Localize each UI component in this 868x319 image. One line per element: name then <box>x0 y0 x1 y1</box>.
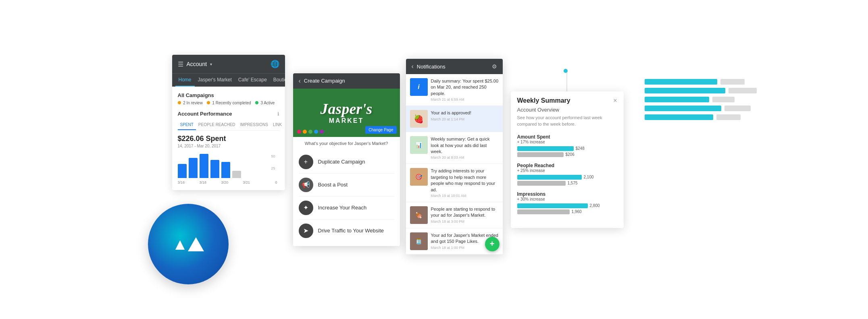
dot-blue <box>314 130 318 134</box>
metric-people-reached: People Reached + 25% increase 2,100 1,57… <box>517 163 617 186</box>
bar-4 <box>210 160 219 178</box>
hamburger-icon[interactable]: ☰ <box>178 60 183 68</box>
filter-icon[interactable]: ⚙ <box>492 63 497 70</box>
tab-link[interactable]: LINK <box>271 120 284 130</box>
bar-val-people-old: 1,575 <box>568 181 578 185</box>
notif-thumb-responding: 🍖 <box>410 206 428 224</box>
dot-purple <box>320 130 324 134</box>
performance-tabs: SPENT PEOPLE REACHED IMPRESSIONS LINK <box>178 120 279 130</box>
deco-dot <box>564 69 568 73</box>
bar-3 <box>200 154 208 178</box>
bar-compare-spent: $248 $206 <box>517 146 617 157</box>
bar-people-old <box>517 181 566 186</box>
change-page-button[interactable]: Change Page <box>365 126 396 134</box>
spent-date: 14, 2017 - Mar 20, 2017 <box>178 144 279 148</box>
bar-6 <box>232 171 241 178</box>
dot-green <box>308 130 312 134</box>
x-label-3: 3/20 <box>221 180 229 184</box>
banner-dots <box>297 130 324 134</box>
bar-val-people-new: 2,100 <box>584 175 594 179</box>
option-duplicate-label: Duplicate Campaign <box>318 159 365 165</box>
notif-item-daily[interactable]: i Daily summary: Your spent $25.00 on Ma… <box>406 74 503 106</box>
spend-chart: 50 25 3/16 3/18 3/20 3/21 0 <box>178 152 279 184</box>
objective-label: What's your objective for Jasper's Marke… <box>299 141 394 146</box>
nav-boutique[interactable]: Boutique <box>270 74 285 87</box>
tab-spent[interactable]: SPENT <box>178 120 196 130</box>
nav-cafe[interactable]: Cafe' Escape <box>235 74 270 87</box>
create-header: ‹ Create Campaign <box>293 73 400 89</box>
bar-compare-impressions: 2,800 1,960 <box>517 203 617 214</box>
boost-icon: 📢 <box>299 178 313 192</box>
panel-campaigns: ☰ Account ▾ 🌐 Home Jasper's Market Cafe'… <box>172 55 285 190</box>
campaigns-header: ☰ Account ▾ 🌐 <box>172 55 285 73</box>
nav-jaspers[interactable]: Jasper's Market <box>195 74 235 87</box>
notif-msg-approved: Your ad is approved! <box>431 110 499 116</box>
yellow-dot-2 <box>207 101 210 104</box>
tab-people-reached[interactable]: PEOPLE REACHED <box>196 120 238 130</box>
metric-title-people: People Reached <box>517 163 617 168</box>
performance-header: Account Performance ℹ <box>178 111 279 117</box>
notif-thumb-approved: 🍓 <box>410 110 428 128</box>
option-traffic-label: Drive Traffic to Your Website <box>318 228 384 234</box>
bar-val-impressions-new: 2,800 <box>590 203 600 208</box>
bar-2 <box>189 158 198 178</box>
option-duplicate[interactable]: + Duplicate Campaign <box>299 151 394 174</box>
x-label-4: 3/21 <box>243 180 250 184</box>
background-bars <box>645 79 757 120</box>
option-traffic[interactable]: ➤ Drive Traffic to Your Website <box>299 220 394 242</box>
notif-item-approved[interactable]: 🍓 Your ad is approved! March 20 at 1:14 … <box>406 106 503 132</box>
notif-msg-targeting: Try adding interests to your targeting t… <box>431 168 499 193</box>
bar-val-spent-new: $248 <box>576 146 585 151</box>
notif-msg-daily: Daily summary: Your spent $25.00 on Mar … <box>431 78 499 97</box>
notif-item-weekly[interactable]: 📊 Weekly summary: Get a quick look at ho… <box>406 132 503 164</box>
bar-people-new <box>517 175 582 180</box>
account-overview-desc: See how your account performed last week… <box>517 114 617 128</box>
nav-home[interactable]: Home <box>175 74 195 87</box>
option-reach-label: Increase Your Reach <box>318 205 367 211</box>
metric-change-spent: + 17% increase <box>517 140 617 144</box>
notif-date-targeting: March 19 at 10:01 AM <box>431 194 499 198</box>
traffic-icon: ➤ <box>299 224 313 238</box>
notif-back-icon[interactable]: ‹ <box>412 63 414 70</box>
badge-in-review: 2 In review <box>178 101 203 105</box>
notif-thumb-weekly: 📊 <box>410 136 428 154</box>
fab-button[interactable]: + <box>485 237 500 251</box>
notifications-title: Notifications <box>417 64 445 70</box>
panel-notifications: ‹ Notifications ⚙ i Daily summary: Your … <box>406 59 503 255</box>
spent-value: $226.06 Spent <box>178 135 279 143</box>
metric-title-spent: Amount Spent <box>517 134 617 140</box>
account-dropdown-icon[interactable]: ▾ <box>210 62 212 66</box>
notif-thumb-ended: 🫙 <box>410 232 428 250</box>
reach-icon: ✦ <box>299 201 313 215</box>
option-reach[interactable]: ✦ Increase Your Reach <box>299 197 394 220</box>
account-label: Account <box>187 61 207 67</box>
weekly-content: Account Overview See how your account pe… <box>511 107 624 214</box>
performance-info-icon[interactable]: ℹ <box>277 111 279 117</box>
notif-item-responding[interactable]: 🍖 People are starting to respond to your… <box>406 202 503 228</box>
logo-symbol: ▲ <box>172 235 188 253</box>
create-title: Create Campaign <box>304 78 345 84</box>
globe-icon[interactable]: 🌐 <box>271 60 279 68</box>
green-dot <box>255 101 258 104</box>
jaspers-logo-text: Jasper's <box>321 101 373 116</box>
panel-weekly-summary: Weekly Summary × Account Overview See ho… <box>511 91 624 228</box>
notif-msg-responding: People are starting to respond to your a… <box>431 206 499 219</box>
option-boost[interactable]: 📢 Boost a Post <box>299 174 394 197</box>
tab-impressions[interactable]: IMPRESSIONS <box>238 120 271 130</box>
jaspers-banner: Jasper's MARKET Change Page <box>293 89 400 137</box>
metric-amount-spent: Amount Spent + 17% increase $248 $206 <box>517 134 617 157</box>
x-label-0: 0 <box>275 180 277 184</box>
notif-date-approved: March 20 at 1:14 PM <box>431 117 499 121</box>
notif-date-responding: March 18 at 3:00 PM <box>431 220 499 224</box>
notif-item-targeting[interactable]: 🎯 Try adding interests to your targeting… <box>406 164 503 202</box>
dot-orange <box>303 130 307 134</box>
jaspers-sub-text: MARKET <box>321 117 373 124</box>
notif-msg-weekly: Weekly summary: Get a quick look at how … <box>431 136 499 155</box>
close-icon[interactable]: × <box>613 97 617 104</box>
metric-change-impressions: + 30% increase <box>517 197 617 201</box>
chart-label-25: 25 <box>271 166 275 170</box>
notif-thumb-targeting: 🎯 <box>410 168 428 186</box>
x-label-1: 3/16 <box>178 180 185 184</box>
back-arrow-icon[interactable]: ‹ <box>299 77 301 85</box>
create-body: What's your objective for Jasper's Marke… <box>293 137 400 246</box>
